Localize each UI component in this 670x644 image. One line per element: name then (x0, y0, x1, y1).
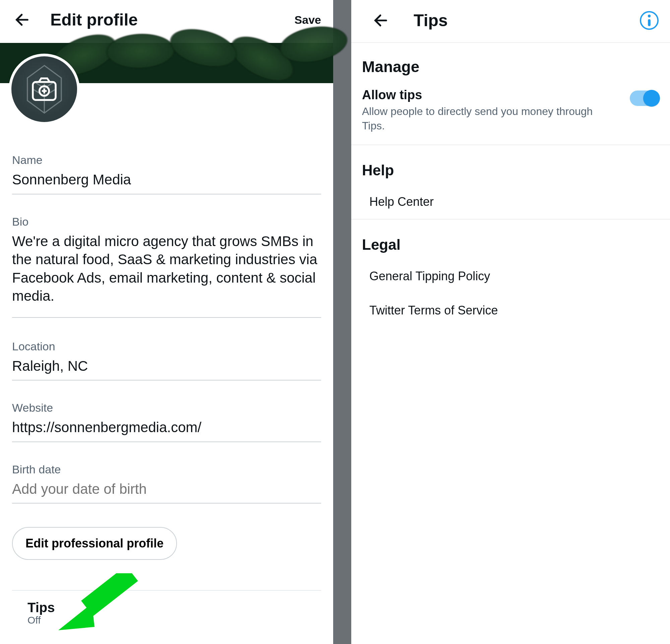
bio-label: Bio (12, 215, 321, 228)
name-field: Name (12, 153, 321, 194)
header-title: Tips (393, 11, 448, 30)
back-button[interactable] (369, 12, 393, 29)
tips-header: Tips (351, 0, 670, 43)
website-label: Website (12, 401, 321, 414)
tips-row-status: Off (27, 615, 321, 626)
info-button[interactable] (640, 11, 659, 30)
birth-date-input[interactable] (12, 480, 321, 504)
birth-date-field: Birth date (12, 463, 321, 504)
bio-input[interactable]: We're a digital micro agency that grows … (12, 232, 321, 318)
general-tipping-policy-link[interactable]: General Tipping Policy (351, 259, 670, 293)
arrow-left-icon (372, 12, 390, 29)
edit-professional-profile-button[interactable]: Edit professional profile (12, 527, 177, 560)
svg-rect-7 (648, 19, 651, 26)
help-center-link[interactable]: Help Center (351, 185, 670, 219)
arrow-left-icon (14, 11, 31, 28)
tips-screen: Tips Manage Allow tips Allow people to d… (351, 0, 670, 644)
allow-tips-toggle[interactable] (630, 91, 659, 106)
location-field: Location (12, 340, 321, 381)
profile-avatar[interactable] (9, 54, 80, 125)
manage-heading: Manage (351, 43, 670, 84)
birth-date-label: Birth date (12, 463, 321, 476)
allow-tips-title: Allow tips (362, 88, 622, 102)
svg-point-6 (648, 15, 651, 17)
help-heading: Help (351, 145, 670, 185)
twitter-terms-of-service-link[interactable]: Twitter Terms of Service (351, 293, 670, 327)
name-label: Name (12, 153, 321, 166)
back-button[interactable] (10, 11, 35, 28)
add-photo-icon (30, 75, 59, 104)
allow-tips-row: Allow tips Allow people to directly send… (351, 84, 670, 145)
name-input[interactable] (12, 171, 321, 194)
edit-profile-screen: Edit profile Save (0, 0, 333, 644)
tips-row[interactable]: Tips Off (12, 591, 321, 629)
edit-profile-form: Name Bio We're a digital micro agency th… (0, 83, 333, 629)
website-field: Website (12, 401, 321, 442)
legal-heading: Legal (351, 219, 670, 259)
info-icon (644, 14, 654, 27)
website-input[interactable] (12, 418, 321, 442)
bio-field: Bio We're a digital micro agency that gr… (12, 215, 321, 319)
tips-row-title: Tips (27, 600, 321, 615)
allow-tips-description: Allow people to directly send you money … (362, 104, 603, 133)
location-input[interactable] (12, 357, 321, 381)
location-label: Location (12, 340, 321, 353)
